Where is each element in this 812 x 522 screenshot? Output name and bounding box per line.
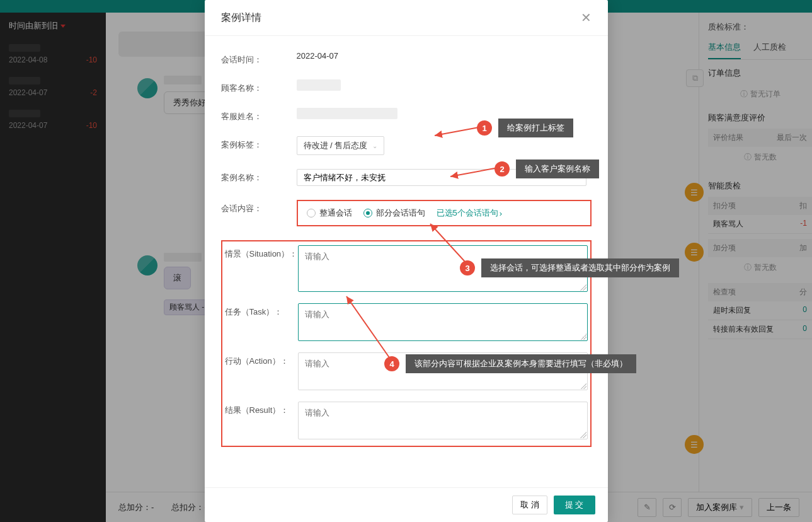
case-name-label: 案例名称： <box>221 169 297 183</box>
customer-name-blur <box>297 79 341 91</box>
cancel-button[interactable]: 取 消 <box>512 496 547 514</box>
chevron-down-icon: ⌄ <box>372 142 377 149</box>
action-label: 行动（Action）： <box>225 352 298 367</box>
task-label: 任务（Task）： <box>225 303 298 318</box>
resize-handle-icon[interactable] <box>580 432 586 438</box>
radio-partial-session[interactable]: 部分会话语句 <box>363 207 425 219</box>
radio-full-session[interactable]: 整通会话 <box>307 207 352 219</box>
situation-textarea[interactable] <box>298 245 588 292</box>
case-name-input[interactable] <box>297 169 586 186</box>
task-textarea[interactable] <box>298 303 588 341</box>
case-tag-label: 案例标签： <box>221 136 297 151</box>
modal-body: 会话时间： 2022-04-07 顾客名称： 客服姓名： 案例标签： 待改进 /… <box>205 36 608 487</box>
modal-overlay: 案例详情 ✕ 会话时间： 2022-04-07 顾客名称： 客服姓名： 案例标签… <box>0 0 812 522</box>
agent-name-label: 客服姓名： <box>221 108 297 122</box>
star-fields-group: 情景（Situation）： 任务（Task）： <box>221 240 592 447</box>
agent-name-blur <box>297 108 397 119</box>
session-content-radiogroup: 整通会话 部分会话语句 已选5个会话语句 <box>297 200 592 226</box>
resize-handle-icon[interactable] <box>580 334 586 340</box>
modal-footer: 取 消 提 交 <box>205 487 608 522</box>
action-textarea[interactable] <box>298 352 588 390</box>
session-time-label: 会话时间： <box>221 51 297 66</box>
session-content-label: 会话内容： <box>221 200 297 214</box>
situation-label: 情景（Situation）： <box>225 245 298 260</box>
modal-header: 案例详情 ✕ <box>205 0 608 36</box>
customer-name-label: 顾客名称： <box>221 79 297 94</box>
modal-title: 案例详情 <box>221 11 261 25</box>
session-time-value: 2022-04-07 <box>297 51 592 61</box>
resize-handle-icon[interactable] <box>580 284 586 291</box>
case-detail-modal: 案例详情 ✕ 会话时间： 2022-04-07 顾客名称： 客服姓名： 案例标签… <box>205 0 608 522</box>
submit-button[interactable]: 提 交 <box>554 496 595 514</box>
close-icon[interactable]: ✕ <box>581 10 592 25</box>
result-label: 结果（Result）： <box>225 402 298 416</box>
resize-handle-icon[interactable] <box>580 383 586 389</box>
selected-count-link[interactable]: 已选5个会话语句 <box>437 207 503 219</box>
case-tag-select[interactable]: 待改进 / 售后态度 ⌄ <box>297 136 385 155</box>
result-textarea[interactable] <box>298 402 588 439</box>
